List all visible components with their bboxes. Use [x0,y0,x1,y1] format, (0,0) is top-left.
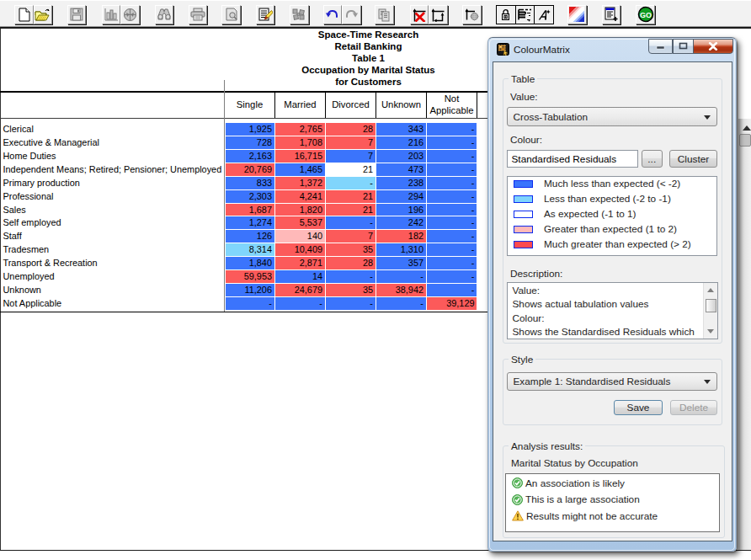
svg-text:GO: GO [640,11,652,19]
